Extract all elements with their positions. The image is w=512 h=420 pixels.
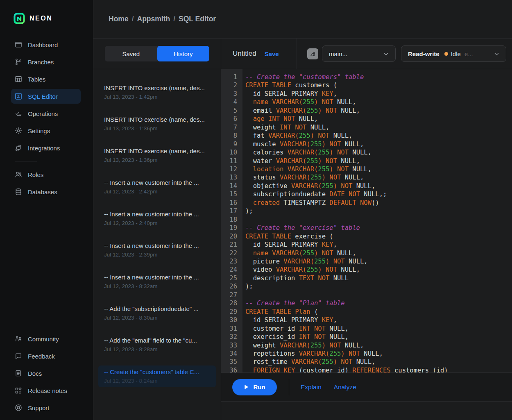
sidebar-item-community[interactable]: Community <box>11 331 81 346</box>
history-item[interactable]: -- Create the "customers" table C...Jul … <box>98 366 216 387</box>
history-item-title: -- Add the "subscriptionduedate" ... <box>104 305 210 313</box>
operations-icon <box>14 109 23 118</box>
breadcrumb-separator: / <box>132 15 134 23</box>
history-item[interactable]: -- Insert a new customer into the ...Jul… <box>98 271 216 293</box>
idle-status-dot <box>444 52 448 56</box>
results-output-area <box>221 401 512 420</box>
history-item[interactable]: -- Add the "subscriptionduedate" ...Jul … <box>98 302 216 324</box>
line-number: 3 <box>221 90 242 98</box>
code-line: 30 id SERIAL PRIMARY KEY, <box>221 316 512 324</box>
code-text: FOREIGN KEY (customer_id) REFERENCES cus… <box>242 366 448 372</box>
history-item-title: INSERT INTO exercise (name, des... <box>104 84 210 92</box>
code-text: CREATE TABLE customers ( <box>242 81 337 89</box>
code-text: ); <box>242 207 253 215</box>
breadcrumb-project[interactable]: Appsmith <box>137 15 170 23</box>
sidebar-item-integrations[interactable]: Integrations <box>11 141 81 155</box>
code-text: objective VARCHAR(255) NOT NULL, <box>242 182 375 190</box>
history-item[interactable]: -- Insert a new customer into the ...Jul… <box>98 208 216 229</box>
history-panel: Saved History INSERT INTO exercise (name… <box>93 39 221 420</box>
sidebar-nav-secondary: RolesDatabases <box>0 167 93 202</box>
line-number: 7 <box>221 123 242 132</box>
line-number: 32 <box>221 333 242 341</box>
sidebar-item-branches[interactable]: Branches <box>11 54 81 69</box>
code-text: age INT NOT NULL, <box>242 115 318 123</box>
line-number: 2 <box>221 81 242 89</box>
history-item-date: Jul 12, 2023 - 8:24am <box>104 377 210 385</box>
release-notes-icon <box>14 386 23 395</box>
sidebar-item-databases[interactable]: Databases <box>11 184 81 199</box>
line-number: 19 <box>221 224 242 232</box>
code-line: 27 <box>221 291 512 299</box>
code-text <box>242 216 249 224</box>
history-item[interactable]: -- Insert a new customer into the ...Jul… <box>98 239 216 261</box>
sidebar-item-label: Dashboard <box>28 41 58 48</box>
line-number: 25 <box>221 274 242 282</box>
history-item-title: -- Create the "customers" table C... <box>104 368 210 376</box>
tab-saved[interactable]: Saved <box>105 46 157 61</box>
history-item[interactable]: INSERT INTO exercise (name, des...Jul 13… <box>98 145 216 166</box>
code-line: 15 subscriptionduedate DATE NOT NULL,; <box>221 190 512 198</box>
history-item[interactable]: -- Insert a new customer into the ...Jul… <box>98 176 216 198</box>
line-number: 21 <box>221 241 242 249</box>
settings-icon <box>14 127 23 135</box>
sidebar-item-docs[interactable]: Docs <box>11 366 81 381</box>
line-number: 16 <box>221 199 242 207</box>
sidebar-item-settings[interactable]: Settings <box>11 123 81 138</box>
sidebar-item-dashboard[interactable]: Dashboard <box>11 37 81 52</box>
code-text: weight INT NOT NULL, <box>242 123 329 132</box>
feedback-icon <box>14 352 23 360</box>
breadcrumb-separator: / <box>173 15 175 23</box>
branch-button[interactable] <box>307 48 318 59</box>
sidebar-item-roles[interactable]: Roles <box>11 167 81 182</box>
line-number: 20 <box>221 232 242 241</box>
line-number: 1 <box>221 73 242 81</box>
code-line: 3 id SERIAL PRIMARY KEY, <box>221 90 512 98</box>
history-item[interactable]: INSERT INTO exercise (name, des...Jul 13… <box>98 113 216 135</box>
sidebar-nav: DashboardBranchesTablesSQL EditorOperati… <box>0 37 93 158</box>
tab-history[interactable]: History <box>157 46 210 61</box>
line-number: 12 <box>221 165 242 173</box>
history-item-title: -- Insert a new customer into the ... <box>104 210 210 218</box>
code-line: 25 description TEXT NOT NULL <box>221 274 512 282</box>
history-item-title: -- Add the "email" field to the "cu... <box>104 336 210 344</box>
history-item[interactable]: -- Add the "email" field to the "cu...Ju… <box>98 334 216 356</box>
code-text: repetitions VARCHAR(255) NOT NULL, <box>242 350 383 358</box>
compute-select[interactable]: Read-write Idle e... <box>401 45 506 62</box>
line-number: 10 <box>221 148 242 157</box>
sidebar-item-feedback[interactable]: Feedback <box>11 349 81 363</box>
sidebar-item-sql-editor[interactable]: SQL Editor <box>11 89 81 104</box>
sidebar-item-release-notes[interactable]: Release notes <box>11 383 81 398</box>
saved-history-tabs: Saved History <box>93 39 221 69</box>
neon-logo[interactable]: NEON <box>0 0 93 24</box>
breadcrumb-home[interactable]: Home <box>109 15 129 23</box>
sidebar-item-operations[interactable]: Operations <box>11 106 81 121</box>
query-title[interactable]: Untitled <box>233 50 256 58</box>
code-text: water VARCHAR(255) NOT NULL, <box>242 157 360 165</box>
analyze-button[interactable]: Analyze <box>334 384 356 391</box>
line-number: 28 <box>221 299 242 307</box>
breadcrumb-page[interactable]: SQL Editor <box>179 15 216 23</box>
history-item-title: INSERT INTO exercise (name, des... <box>104 147 210 155</box>
line-number: 5 <box>221 107 242 115</box>
line-number: 26 <box>221 282 242 291</box>
code-text: id SERIAL PRIMARY KEY, <box>242 90 337 98</box>
code-text: rest_time VARCHAR(255) NOT NULL, <box>242 358 375 366</box>
code-text: ); <box>242 282 253 291</box>
code-line: 28-- Create the "Plan" table <box>221 299 512 307</box>
code-text: created TIMESTAMPTZ DEFAULT NOW() <box>242 199 379 207</box>
sql-code-editor[interactable]: 1-- Create the "customers" table2CREATE … <box>221 69 512 372</box>
history-item[interactable]: INSERT INTO exercise (name, des...Jul 13… <box>98 82 216 103</box>
code-text: id SERIAL PRIMARY KEY, <box>242 241 337 249</box>
branch-select[interactable]: main... <box>322 45 396 62</box>
sidebar-item-support[interactable]: Support <box>11 400 81 415</box>
explain-button[interactable]: Explain <box>301 384 322 391</box>
code-text: description TEXT NOT NULL <box>242 274 349 282</box>
code-line: 18 <box>221 216 512 224</box>
code-line: 23 picture VARCHAR(255) NOT NULL, <box>221 257 512 266</box>
save-button[interactable]: Save <box>265 50 279 57</box>
code-line: 22 name VARCHAR(255) NOT NULL, <box>221 249 512 257</box>
sidebar-item-tables[interactable]: Tables <box>11 72 81 86</box>
run-button[interactable]: Run <box>232 379 277 395</box>
code-line: 11 water VARCHAR(255) NOT NULL, <box>221 157 512 165</box>
line-number: 33 <box>221 341 242 350</box>
